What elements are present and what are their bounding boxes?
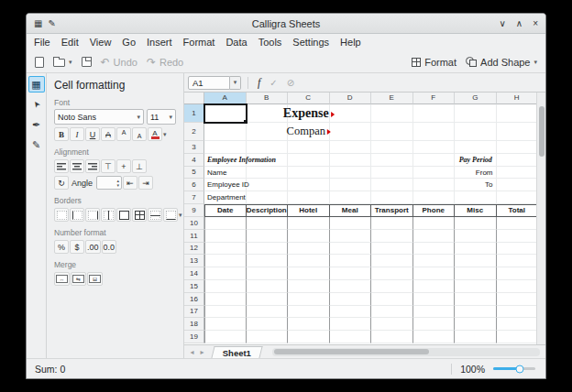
cell-B13[interactable] — [247, 255, 289, 267]
cell-A1[interactable] — [204, 104, 247, 123]
cell-G14[interactable] — [455, 267, 497, 280]
bold-button[interactable]: B — [54, 127, 69, 141]
cell-E17[interactable] — [371, 306, 413, 319]
align-right-button[interactable] — [85, 159, 100, 173]
cell-D14[interactable] — [330, 267, 372, 280]
cell-G3[interactable] — [455, 141, 497, 154]
cell-D5[interactable] — [330, 167, 372, 180]
align-left-button[interactable] — [54, 159, 69, 173]
select-all-corner[interactable] — [184, 93, 204, 104]
cell-B16[interactable] — [247, 293, 289, 306]
cell-H13[interactable] — [497, 255, 539, 267]
cell-B12[interactable] — [247, 243, 289, 256]
menu-view[interactable]: View — [84, 34, 117, 51]
cell-G15[interactable] — [455, 280, 497, 293]
cell-B11[interactable] — [247, 230, 289, 243]
cell-H10[interactable] — [497, 217, 539, 230]
cell-H12[interactable] — [497, 243, 539, 256]
cell-E5[interactable] — [371, 167, 413, 180]
cell-A13[interactable] — [204, 255, 247, 267]
zoom-slider[interactable] — [493, 367, 535, 370]
cell-E2[interactable] — [371, 123, 413, 141]
money-format-button[interactable]: $ — [70, 240, 84, 254]
cell-A11[interactable] — [204, 230, 247, 243]
italic-button[interactable]: I — [70, 127, 84, 141]
cell-G7[interactable] — [455, 191, 497, 204]
cell-G1[interactable] — [455, 104, 497, 123]
cell-H7[interactable] — [497, 191, 539, 204]
cell-H17[interactable] — [497, 306, 539, 319]
cell-F14[interactable] — [413, 267, 456, 280]
increase-indent-button[interactable]: ⇥ — [138, 176, 153, 190]
menu-format[interactable]: Format — [178, 34, 221, 51]
merge-horizontal-button[interactable]: ⇆ — [71, 272, 86, 286]
row-header-17[interactable]: 17 — [184, 306, 204, 319]
cell-G2[interactable] — [455, 123, 497, 141]
font-size-select[interactable]: 11 ▾ — [147, 109, 176, 125]
spin-down-icon[interactable]: ▾ — [117, 183, 120, 188]
function-icon[interactable]: f — [255, 76, 263, 90]
strikethrough-button[interactable]: A — [101, 127, 116, 141]
vertical-scrollbar-thumb[interactable] — [539, 106, 544, 157]
cell-A3[interactable] — [204, 141, 247, 154]
row-header-3[interactable]: 3 — [184, 141, 204, 154]
cell-D7[interactable] — [330, 191, 372, 204]
cell-B1[interactable] — [247, 104, 289, 123]
superscript-button[interactable]: A — [116, 127, 131, 141]
undo-button[interactable]: ↶ Undo — [96, 52, 142, 71]
open-document-button[interactable]: ▾ — [49, 52, 77, 71]
cell-G9[interactable]: Misc — [455, 204, 497, 217]
align-center-button[interactable] — [70, 159, 84, 173]
row-header-9[interactable]: 9 — [184, 204, 204, 217]
cell-E3[interactable] — [371, 141, 413, 154]
new-document-button[interactable] — [30, 52, 49, 71]
cell-F2[interactable] — [413, 123, 456, 141]
border-all-button[interactable] — [132, 208, 147, 222]
zoom-slider-handle[interactable] — [515, 365, 523, 373]
cell-D10[interactable] — [330, 217, 372, 230]
cell-C14[interactable] — [288, 267, 330, 280]
row-header-7[interactable]: 7 — [184, 191, 204, 204]
row-header-6[interactable]: 6 — [184, 179, 204, 191]
cell-D15[interactable] — [330, 280, 372, 293]
cell-F10[interactable] — [413, 217, 456, 230]
add-shape-button[interactable]: Add Shape ▾ — [461, 52, 542, 71]
cell-A10[interactable] — [204, 217, 247, 230]
cell-E9[interactable]: Transport — [371, 204, 413, 217]
cell-E10[interactable] — [371, 217, 413, 230]
menu-data[interactable]: Data — [220, 34, 252, 51]
cell-H14[interactable] — [497, 267, 539, 280]
cell-H2[interactable] — [497, 123, 539, 141]
row-header-1[interactable]: 1 — [184, 104, 204, 123]
horizontal-scrollbar[interactable] — [272, 348, 540, 356]
valign-middle-button[interactable]: + — [116, 159, 131, 173]
cell-C12[interactable] — [288, 243, 330, 256]
cell-G16[interactable] — [455, 293, 497, 306]
row-header-13[interactable]: 13 — [184, 255, 204, 267]
cell-H6[interactable] — [497, 179, 539, 191]
cell-H1[interactable] — [497, 104, 539, 123]
cell-B18[interactable] — [247, 318, 289, 331]
cell-E16[interactable] — [371, 293, 413, 306]
menu-help[interactable]: Help — [335, 34, 367, 51]
border-horizontal-button[interactable] — [148, 208, 162, 222]
cell-D3[interactable] — [330, 141, 372, 154]
row-header-15[interactable]: 15 — [184, 280, 204, 293]
row-header-10[interactable]: 10 — [184, 217, 204, 230]
calligraphy-pen-tool[interactable]: ✒ — [28, 116, 45, 133]
cell-C19[interactable] — [288, 331, 330, 343]
cell-A15[interactable] — [204, 280, 247, 293]
cell-F5[interactable] — [413, 167, 456, 180]
cell-G12[interactable] — [455, 243, 497, 256]
cell-B9[interactable]: Description — [247, 204, 289, 217]
cell-B5[interactable] — [247, 167, 289, 180]
column-header-C[interactable]: C — [288, 93, 330, 104]
cell-A9[interactable]: Date — [204, 204, 247, 217]
horizontal-scrollbar-thumb[interactable] — [274, 349, 429, 354]
cell-C10[interactable] — [288, 217, 330, 230]
cell-C6[interactable] — [288, 179, 330, 191]
row-header-19[interactable]: 19 — [184, 331, 204, 343]
cell-H4[interactable] — [497, 154, 539, 167]
cell-E11[interactable] — [371, 230, 413, 243]
cell-D9[interactable]: Meal — [330, 204, 372, 217]
